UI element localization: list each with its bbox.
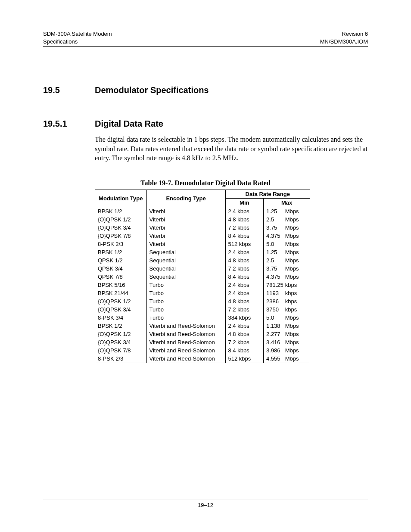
table-body: BPSK 1/2Viterbi2.4 kbps1.25 Mbps{O}QPSK … (95, 207, 310, 363)
cell-min: 7.2 kbps (225, 224, 264, 232)
cell-max: 3.75 Mbps (264, 224, 310, 232)
cell-modulation: QPSK 7/8 (95, 273, 147, 281)
cell-max: 1.25 Mbps (264, 248, 310, 256)
cell-min: 2.4 kbps (225, 322, 264, 330)
cell-encoding: Viterbi and Reed-Solomon (146, 322, 225, 330)
cell-max: 3.416 Mbps (264, 338, 310, 346)
table-row: QPSK 1/2Sequential4.8 kbps2.5 Mbps (95, 256, 310, 264)
cell-encoding: Viterbi (146, 215, 225, 224)
cell-modulation: {O}QPSK 3/4 (95, 224, 147, 232)
table-row: QPSK 3/4Sequential7.2 kbps3.75 Mbps (95, 264, 310, 273)
subsection-heading: 19.5.1 Digital Data Rate (43, 119, 368, 129)
th-max: Max (264, 198, 310, 207)
header-left-line2: Specifications (43, 38, 78, 45)
cell-encoding: Viterbi (146, 207, 225, 215)
th-min: Min (225, 198, 264, 207)
cell-modulation: {O}QPSK 7/8 (95, 232, 147, 240)
page-footer: 19–12 (43, 500, 368, 508)
cell-min: 4.8 kbps (225, 297, 264, 305)
cell-modulation: {O}QPSK 1/2 (95, 330, 147, 338)
table-row: 8-PSK 2/3Viterbi and Reed-Solomon512 kbp… (95, 355, 310, 363)
table-row: {O}QPSK 1/2Viterbi4.8 kbps2.5 Mbps (95, 215, 310, 224)
page: SDM-300A Satellite Modem Specifications … (0, 0, 411, 532)
cell-max: 1193 kbps (264, 289, 310, 297)
cell-encoding: Viterbi and Reed-Solomon (146, 346, 225, 355)
cell-max: 2.277 Mbps (264, 330, 310, 338)
table-row: {O}QPSK 3/4Viterbi7.2 kbps3.75 Mbps (95, 224, 310, 232)
cell-max: 4.375 Mbps (264, 273, 310, 281)
cell-modulation: BPSK 1/2 (95, 207, 147, 215)
cell-encoding: Viterbi (146, 232, 225, 240)
running-header: SDM-300A Satellite Modem Specifications … (43, 30, 368, 47)
cell-modulation: 8-PSK 2/3 (95, 240, 147, 248)
cell-max: 2.5 Mbps (264, 215, 310, 224)
page-number: 19–12 (198, 502, 213, 508)
cell-min: 512 kbps (225, 355, 264, 363)
cell-modulation: {O}QPSK 1/2 (95, 215, 147, 224)
th-range: Data Rate Range (225, 190, 310, 198)
th-modulation: Modulation Type (95, 190, 147, 207)
table-row: BPSK 21/44Turbo2.4 kbps1193 kbps (95, 289, 310, 297)
cell-encoding: Sequential (146, 256, 225, 264)
th-encoding: Encoding Type (146, 190, 225, 207)
cell-encoding: Viterbi and Reed-Solomon (146, 338, 225, 346)
cell-min: 8.4 kbps (225, 346, 264, 355)
subsection-paragraph: The digital data rate is selectable in 1… (95, 135, 368, 163)
cell-modulation: BPSK 21/44 (95, 289, 147, 297)
cell-min: 8.4 kbps (225, 232, 264, 240)
cell-modulation: {O}QPSK 3/4 (95, 338, 147, 346)
table-row: BPSK 5/16Turbo2.4 kbps781.25 kbps (95, 281, 310, 289)
cell-encoding: Turbo (146, 281, 225, 289)
cell-max: 2.5 Mbps (264, 256, 310, 264)
cell-encoding: Viterbi and Reed-Solomon (146, 355, 225, 363)
cell-max: 4.555 Mbps (264, 355, 310, 363)
cell-modulation: BPSK 1/2 (95, 322, 147, 330)
cell-modulation: QPSK 1/2 (95, 256, 147, 264)
cell-min: 2.4 kbps (225, 207, 264, 215)
table-wrap: Modulation Type Encoding Type Data Rate … (95, 190, 310, 363)
cell-max: 1.138 Mbps (264, 322, 310, 330)
table-row: {O}QPSK 7/8Viterbi8.4 kbps4.375 Mbps (95, 232, 310, 240)
section-heading: 19.5 Demodulator Specifications (43, 85, 368, 95)
cell-min: 512 kbps (225, 240, 264, 248)
table-row: QPSK 7/8Sequential8.4 kbps4.375 Mbps (95, 273, 310, 281)
cell-modulation: 8-PSK 3/4 (95, 314, 147, 322)
cell-min: 2.4 kbps (225, 289, 264, 297)
table-row: 8-PSK 3/4Turbo384 kbps5.0 Mbps (95, 314, 310, 322)
table-caption: Table 19-7. Demodulator Digital Data Rat… (43, 179, 368, 187)
cell-max: 2386 kbps (264, 297, 310, 305)
cell-min: 4.8 kbps (225, 215, 264, 224)
data-rate-table: Modulation Type Encoding Type Data Rate … (95, 190, 310, 363)
section-title: Demodulator Specifications (95, 85, 368, 95)
cell-min: 384 kbps (225, 314, 264, 322)
cell-modulation: {O}QPSK 1/2 (95, 297, 147, 305)
header-right-line1: Revision 6 (342, 31, 368, 37)
cell-encoding: Sequential (146, 248, 225, 256)
cell-encoding: Viterbi and Reed-Solomon (146, 330, 225, 338)
table-row: {O}QPSK 3/4Turbo7.2 kbps3750 kbps (95, 305, 310, 314)
cell-encoding: Sequential (146, 273, 225, 281)
table-row: {O}QPSK 3/4Viterbi and Reed-Solomon7.2 k… (95, 338, 310, 346)
table-row: BPSK 1/2Sequential2.4 kbps1.25 Mbps (95, 248, 310, 256)
cell-encoding: Turbo (146, 289, 225, 297)
cell-modulation: BPSK 5/16 (95, 281, 147, 289)
cell-min: 2.4 kbps (225, 248, 264, 256)
cell-min: 4.8 kbps (225, 256, 264, 264)
cell-min: 4.8 kbps (225, 330, 264, 338)
cell-max: 5.0 Mbps (264, 240, 310, 248)
cell-encoding: Turbo (146, 297, 225, 305)
cell-min: 8.4 kbps (225, 273, 264, 281)
cell-min: 7.2 kbps (225, 338, 264, 346)
table-row: 8-PSK 2/3Viterbi512 kbps5.0 Mbps (95, 240, 310, 248)
cell-encoding: Sequential (146, 264, 225, 273)
cell-encoding: Viterbi (146, 240, 225, 248)
cell-max: 3.75 Mbps (264, 264, 310, 273)
cell-max: 781.25 kbps (264, 281, 310, 289)
cell-max: 1.25 Mbps (264, 207, 310, 215)
table-row: BPSK 1/2Viterbi2.4 kbps1.25 Mbps (95, 207, 310, 215)
table-row: {O}QPSK 7/8Viterbi and Reed-Solomon8.4 k… (95, 346, 310, 355)
cell-max: 5.0 Mbps (264, 314, 310, 322)
header-right-line2: MN/SDM300A.IOM (320, 38, 368, 45)
cell-modulation: QPSK 3/4 (95, 264, 147, 273)
table-row: BPSK 1/2Viterbi and Reed-Solomon2.4 kbps… (95, 322, 310, 330)
